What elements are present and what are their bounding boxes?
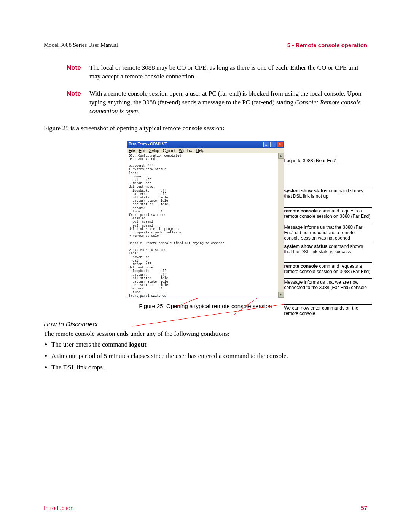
menu-item-control[interactable]: Control xyxy=(163,149,175,153)
terminal-body: DSL: Configuration completed. DSL: Activ… xyxy=(127,153,284,298)
window-titlebar: Tera Term - COM1 VT _ □ × xyxy=(127,141,284,148)
window-buttons: _ □ × xyxy=(263,142,283,147)
intro-paragraph: Figure 25 is a screenshot of opening a t… xyxy=(44,124,367,133)
page-footer: Introduction 57 xyxy=(44,505,367,511)
page-header: Model 3088 Series User Manual 5 • Remote… xyxy=(44,42,367,48)
list-item: The user enters the command logout xyxy=(51,341,367,348)
li-bold: logout xyxy=(129,341,146,348)
scroll-up-button[interactable]: ▴ xyxy=(278,153,284,159)
maximize-button[interactable]: □ xyxy=(270,142,276,147)
page-number: 57 xyxy=(361,505,367,511)
menu-item-window[interactable]: Window xyxy=(179,149,193,153)
annotation: remote console command requests a remote… xyxy=(284,262,372,275)
menu-item-setup[interactable]: Setup xyxy=(149,149,159,153)
subheading: How to Disconnect xyxy=(44,321,367,328)
note-block: Note With a remote console session open,… xyxy=(67,89,367,116)
menu-item-help[interactable]: Help xyxy=(196,149,204,153)
note-body: With a remote console session open, a us… xyxy=(89,89,367,116)
menu-item-file[interactable]: File xyxy=(129,149,135,153)
scroll-down-button[interactable]: ▾ xyxy=(278,292,284,298)
manual-page: Model 3088 Series User Manual 5 • Remote… xyxy=(0,0,411,532)
annotation: remote console command requests a remote… xyxy=(284,207,372,219)
figure: Tera Term - COM1 VT _ □ × File Edit Setu… xyxy=(44,141,367,309)
list-item: A timeout period of 5 minutes elapses si… xyxy=(51,352,367,360)
annotation: system show status command shows that DS… xyxy=(284,187,372,199)
header-left: Model 3088 Series User Manual xyxy=(44,42,118,48)
note-block: Note The local or remote 3088 may be CO … xyxy=(67,64,367,81)
li-text: A timeout period of 5 minutes elapses si… xyxy=(51,352,288,359)
bullet-list: The user enters the command logout A tim… xyxy=(44,341,367,371)
li-text: The DSL link drops. xyxy=(51,364,104,371)
annotation: Message informs us that we are now conne… xyxy=(284,278,372,291)
minimize-button[interactable]: _ xyxy=(263,142,269,147)
annotation: Message informs us that the 3088 (Far En… xyxy=(284,224,372,241)
list-item: The DSL link drops. xyxy=(51,364,367,371)
menu-item-edit[interactable]: Edit xyxy=(139,149,145,153)
scrollbar[interactable]: ▴ ▾ xyxy=(278,153,284,298)
note-text: . xyxy=(138,107,139,115)
note-label: Note xyxy=(67,89,89,116)
annotation: We can now enter commands on the remote … xyxy=(284,304,372,316)
close-button[interactable]: × xyxy=(277,142,283,147)
annotation: system show status command shows that th… xyxy=(284,243,372,255)
terminal-window: Tera Term - COM1 VT _ □ × File Edit Setu… xyxy=(127,141,284,298)
annotation: Log in to 3088 (Near End) xyxy=(284,157,337,163)
window-title: Tera Term - COM1 VT xyxy=(129,142,167,146)
header-right: 5 • Remote console operation xyxy=(287,42,367,48)
note-body: The local or remote 3088 may be CO or CP… xyxy=(89,64,367,81)
terminal-text: DSL: Configuration completed. DSL: Activ… xyxy=(129,154,277,298)
li-text: The user enters the command xyxy=(51,341,129,348)
note-label: Note xyxy=(67,64,89,81)
menu-bar: File Edit Setup Control Window Help xyxy=(127,148,284,153)
footer-left: Introduction xyxy=(44,505,73,511)
section-intro: The remote console session ends under an… xyxy=(44,330,367,339)
